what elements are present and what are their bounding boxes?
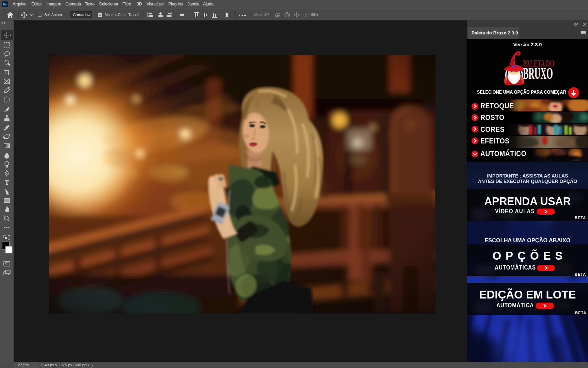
svg-text:T: T	[5, 179, 9, 186]
svg-text:BRUXO: BRUXO	[523, 64, 553, 82]
